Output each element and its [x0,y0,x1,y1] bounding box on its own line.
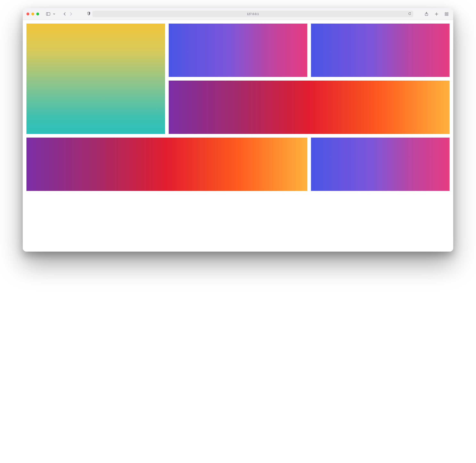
plus-icon [435,12,438,16]
share-icon [425,12,428,16]
forward-button[interactable] [68,12,74,16]
gradient-tile-e [26,138,307,191]
gradient-tile-c [311,24,450,77]
gradient-tile-b [169,24,307,77]
grid-icon [445,12,448,16]
sidebar-menu-button[interactable] [52,13,56,15]
reload-button[interactable] [408,12,411,16]
share-button[interactable] [423,12,430,16]
gradient-tile-f [311,138,450,191]
svg-rect-9 [447,14,448,16]
svg-rect-0 [46,12,50,15]
titlebar: 127.0.0.1 [23,8,453,20]
new-tab-button[interactable] [433,12,440,16]
page-content [23,20,453,252]
back-button[interactable] [62,12,67,16]
reload-icon [408,12,411,16]
window-controls [26,12,39,15]
tab-overview-button[interactable] [444,12,450,16]
svg-rect-7 [447,12,448,14]
toggle-sidebar-button[interactable] [45,12,52,16]
gradient-grid [26,24,450,248]
gradient-tile-d [169,80,450,134]
close-window-button[interactable] [26,12,29,15]
minimize-window-button[interactable] [31,12,34,15]
svg-rect-8 [445,14,446,16]
svg-rect-6 [445,12,446,14]
browser-window: 127.0.0.1 [23,8,453,252]
privacy-shield-button[interactable] [87,12,90,16]
chevron-down-icon [53,13,55,15]
chevron-right-icon [70,12,72,16]
shield-icon [87,12,90,16]
address-field[interactable]: 127.0.0.1 [92,11,413,17]
address-text: 127.0.0.1 [247,12,259,16]
fullscreen-window-button[interactable] [36,12,39,15]
chevron-left-icon [63,12,66,16]
gradient-tile-a [26,24,165,134]
sidebar-icon [46,12,50,16]
